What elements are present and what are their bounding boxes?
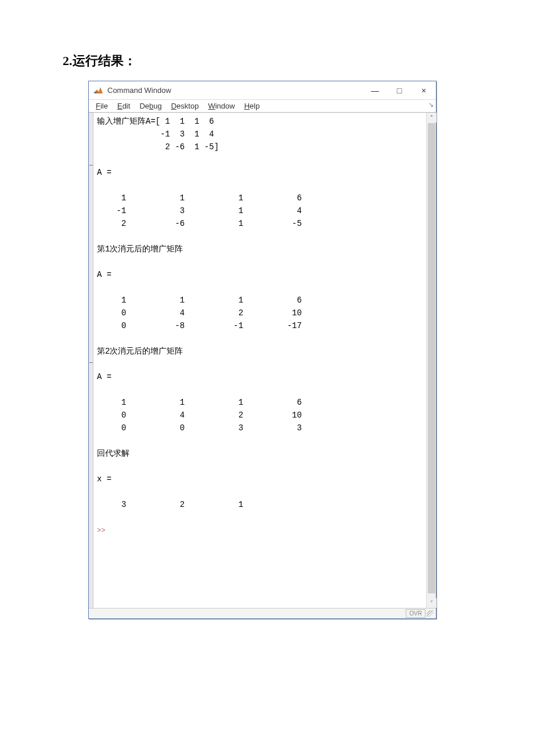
menu-edit[interactable]: Edit	[113, 102, 135, 110]
output-line: -1 3 1 4	[97, 206, 302, 215]
output-line: 1 1 1 6	[97, 398, 302, 407]
window-title: Command Window	[107, 86, 171, 95]
titlebar: Command Window — □ ×	[89, 81, 436, 100]
menubar: File Edit Debug Desktop Window Help ↘	[89, 100, 436, 113]
output-line: 2 -6 1 -5	[97, 219, 302, 228]
matlab-logo-icon	[92, 85, 104, 96]
console-output[interactable]: 输入增广矩阵A=[ 1 1 1 6 -1 3 1 4 2 -6 1 -5] A …	[89, 113, 436, 608]
menu-window[interactable]: Window	[203, 102, 239, 110]
vertical-scrollbar[interactable]: ˄ ˅	[426, 113, 436, 608]
output-line: -1 3 1 4	[97, 129, 214, 139]
close-button[interactable]: ×	[412, 81, 436, 100]
menu-debug[interactable]: Debug	[135, 102, 166, 110]
output-line: 2 -6 1 -5]	[97, 142, 219, 152]
output-line: 0 -8 -1 -17	[97, 321, 302, 330]
output-line: 输入增广矩阵A=[ 1 1 1 6	[97, 117, 214, 126]
output-line: A =	[97, 270, 111, 279]
output-line: 0 0 3 3	[97, 423, 302, 433]
content-area: 输入增广矩阵A=[ 1 1 1 6 -1 3 1 4 2 -6 1 -5] A …	[89, 113, 436, 608]
window-controls: — □ ×	[363, 81, 436, 100]
dock-toggle-icon[interactable]: ↘	[428, 101, 434, 109]
output-line: 回代求解	[97, 449, 129, 458]
output-line: 第2次消元后的增广矩阵	[97, 347, 183, 356]
prompt[interactable]: >>	[97, 527, 110, 535]
resize-grip-icon[interactable]	[427, 610, 434, 617]
scroll-down-icon[interactable]: ˅	[427, 598, 436, 608]
output-line: x =	[97, 474, 111, 484]
output-line: A =	[97, 372, 111, 381]
output-line: 3 2 1	[97, 500, 243, 509]
output-line: 0 4 2 10	[97, 411, 302, 420]
scroll-thumb[interactable]	[428, 123, 435, 593]
menu-file[interactable]: File	[91, 102, 113, 110]
gutter	[89, 113, 93, 608]
output-line: 0 4 2 10	[97, 308, 302, 318]
output-line: 1 1 1 6	[97, 296, 302, 305]
menu-help[interactable]: Help	[240, 102, 265, 110]
output-line: A =	[97, 168, 111, 177]
gutter-mark	[89, 362, 93, 363]
scroll-up-icon[interactable]: ˄	[427, 113, 436, 123]
maximize-button[interactable]: □	[387, 81, 412, 100]
minimize-button[interactable]: —	[363, 81, 387, 100]
output-line: 第1次消元后的增广矩阵	[97, 244, 183, 254]
output-line: 1 1 1 6	[97, 193, 302, 203]
command-window: Command Window — □ × File Edit Debug Des…	[88, 81, 436, 619]
statusbar: OVR	[89, 608, 436, 618]
menu-desktop[interactable]: Desktop	[167, 102, 204, 110]
page-heading: 2.运行结果：	[63, 52, 136, 70]
gutter-mark	[89, 165, 93, 165]
ovr-indicator: OVR	[406, 609, 425, 618]
